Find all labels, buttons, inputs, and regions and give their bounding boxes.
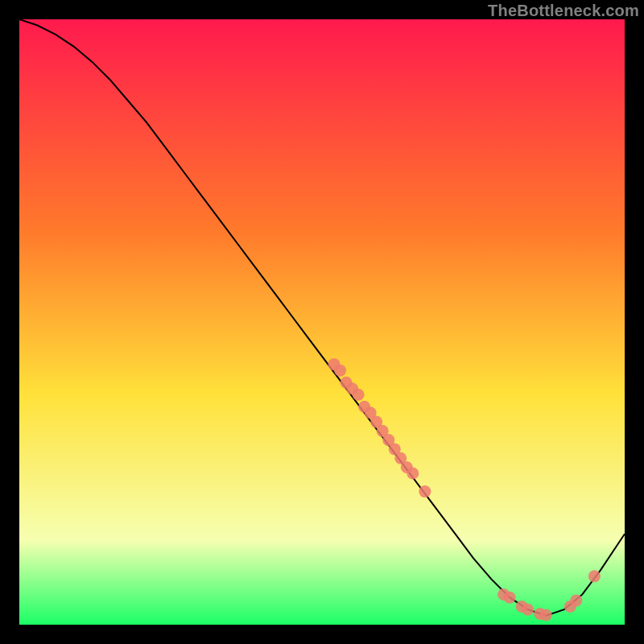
data-marker xyxy=(504,592,516,604)
data-marker xyxy=(353,389,365,401)
data-marker xyxy=(540,609,552,621)
data-marker xyxy=(588,570,601,582)
data-marker xyxy=(570,594,582,606)
chart-svg xyxy=(19,19,625,625)
data-marker xyxy=(522,604,534,616)
data-marker xyxy=(407,467,419,479)
data-marker xyxy=(334,365,346,377)
chart-background xyxy=(19,19,625,625)
data-marker xyxy=(419,485,431,497)
chart-frame: TheBottleneck.com xyxy=(0,0,644,644)
attribution-text: TheBottleneck.com xyxy=(488,2,639,20)
